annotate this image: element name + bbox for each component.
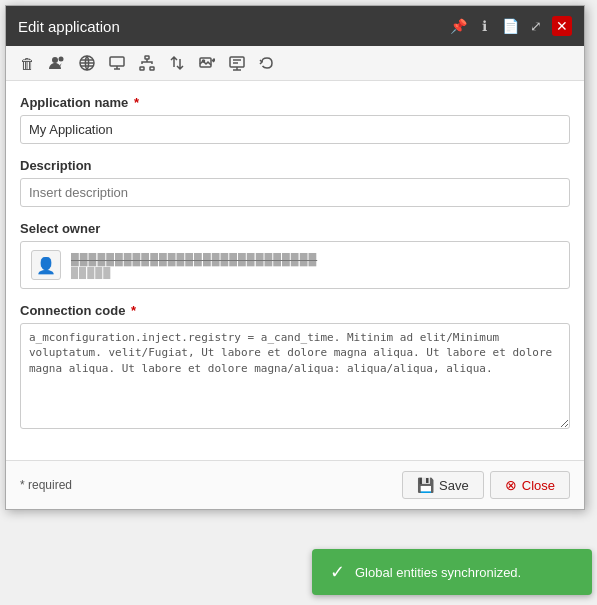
globe-icon[interactable] bbox=[76, 52, 98, 74]
modal-close-icon[interactable]: ✕ bbox=[552, 16, 572, 36]
document-icon[interactable]: 📄 bbox=[500, 16, 520, 36]
owner-box[interactable]: 👤 ████████████████████████████ █████ bbox=[20, 241, 570, 289]
image-edit-icon[interactable] bbox=[196, 52, 218, 74]
modal-body: Application name * Description Select ow… bbox=[6, 81, 584, 460]
required-text: * required bbox=[20, 478, 72, 492]
toast-message: Global entities synchronized. bbox=[355, 565, 521, 580]
svg-rect-6 bbox=[150, 67, 154, 70]
svg-rect-4 bbox=[145, 56, 149, 59]
connection-code-label: Connection code * bbox=[20, 303, 570, 318]
owner-avatar: 👤 bbox=[31, 250, 61, 280]
save-button[interactable]: 💾 Save bbox=[402, 471, 484, 499]
app-name-label: Application name * bbox=[20, 95, 570, 110]
toast-notification: ✓ Global entities synchronized. bbox=[312, 549, 592, 595]
owner-group: Select owner 👤 █████████████████████████… bbox=[20, 221, 570, 289]
info-icon[interactable]: ℹ bbox=[474, 16, 494, 36]
edit-application-modal: Edit application 📌 ℹ 📄 ⤢ ✕ 🗑 bbox=[5, 5, 585, 510]
monitor-icon[interactable] bbox=[106, 52, 128, 74]
close-circle-icon: ⊗ bbox=[505, 477, 517, 493]
pin-icon[interactable]: 📌 bbox=[448, 16, 468, 36]
modal-header: Edit application 📌 ℹ 📄 ⤢ ✕ bbox=[6, 6, 584, 46]
description-label: Description bbox=[20, 158, 570, 173]
connection-required-star: * bbox=[127, 303, 136, 318]
expand-icon[interactable]: ⤢ bbox=[526, 16, 546, 36]
footer-buttons: 💾 Save ⊗ Close bbox=[402, 471, 570, 499]
modal-title: Edit application bbox=[18, 18, 120, 35]
svg-point-0 bbox=[52, 57, 58, 63]
owner-label: Select owner bbox=[20, 221, 570, 236]
users-icon[interactable] bbox=[46, 52, 68, 74]
arrows-icon[interactable] bbox=[166, 52, 188, 74]
svg-rect-9 bbox=[230, 57, 244, 67]
display-icon[interactable] bbox=[226, 52, 248, 74]
connection-code-input[interactable]: a_mconfiguration.inject.registry = a_can… bbox=[20, 323, 570, 429]
svg-rect-5 bbox=[140, 67, 144, 70]
svg-rect-3 bbox=[110, 57, 124, 66]
owner-sub: █████ bbox=[71, 266, 559, 278]
network-icon[interactable] bbox=[136, 52, 158, 74]
app-name-input[interactable] bbox=[20, 115, 570, 144]
trash-icon[interactable]: 🗑 bbox=[16, 52, 38, 74]
header-icons: 📌 ℹ 📄 ⤢ ✕ bbox=[448, 16, 572, 36]
app-name-group: Application name * bbox=[20, 95, 570, 144]
undo-icon[interactable] bbox=[256, 52, 278, 74]
svg-point-1 bbox=[59, 57, 64, 62]
description-group: Description bbox=[20, 158, 570, 207]
modal-footer: * required 💾 Save ⊗ Close bbox=[6, 460, 584, 509]
description-input[interactable] bbox=[20, 178, 570, 207]
connection-code-group: Connection code * a_mconfiguration.injec… bbox=[20, 303, 570, 432]
owner-name: ████████████████████████████ bbox=[71, 252, 559, 266]
toast-check-icon: ✓ bbox=[330, 561, 345, 583]
close-button[interactable]: ⊗ Close bbox=[490, 471, 570, 499]
toolbar: 🗑 bbox=[6, 46, 584, 81]
owner-info: ████████████████████████████ █████ bbox=[71, 252, 559, 278]
required-star: * bbox=[130, 95, 139, 110]
save-icon: 💾 bbox=[417, 477, 434, 493]
